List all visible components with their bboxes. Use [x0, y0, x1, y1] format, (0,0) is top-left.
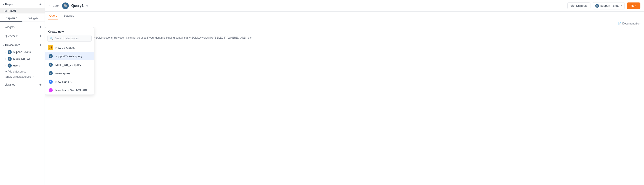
ds-chevron-users: ›	[6, 64, 6, 67]
dropdown-item-new-js-object[interactable]: JS New JS Object	[45, 43, 94, 52]
add-datasource-button[interactable]: +	[39, 43, 42, 47]
svg-text:🐘: 🐘	[50, 64, 52, 66]
snippets-button[interactable]: </> Snippets	[567, 3, 590, 9]
dropdown-item-mockdb-query[interactable]: 🐘 Mock_DB_V2 query	[45, 60, 94, 69]
datasources-section: ▾ Datasources + › 🐘 supportTickets › 🐘 M…	[0, 41, 44, 80]
widgets-tab[interactable]: Widgets	[22, 15, 45, 22]
svg-text:🐘: 🐘	[64, 4, 68, 8]
datasource-item-users[interactable]: › 🐘 users	[0, 62, 44, 69]
svg-text:A: A	[50, 81, 51, 83]
page1-label: Page1	[8, 9, 16, 12]
widgets-chevron: ›	[3, 26, 3, 29]
doc-icon: 📄	[618, 22, 621, 25]
pg-icon-mockdb: 🐘	[8, 57, 12, 61]
dropdown-item-graphql[interactable]: G New blank GraphQL API	[45, 86, 94, 95]
back-arrow-icon: ←	[48, 4, 51, 8]
main-panel: ← Back 🐘 Query1 ✎ ··· </> Snippets 🐘	[45, 0, 644, 185]
widgets-header[interactable]: › Widgets +	[0, 24, 44, 31]
pages-label: Pages	[5, 3, 13, 6]
query-pg-icon: 🐘	[62, 2, 69, 10]
libraries-chevron: ›	[3, 84, 3, 86]
js-object-icon: JS	[48, 45, 53, 50]
datasource-search-input[interactable]	[55, 37, 89, 40]
dropdown-item-label-support: supportTickets query	[55, 55, 82, 58]
pg-icon-dropdown-support: 🐘	[48, 54, 53, 59]
ds-name-supporttickets: supportTickets	[13, 51, 31, 54]
page-icon: ⊡	[4, 9, 7, 12]
back-button[interactable]: ← Back	[48, 4, 59, 8]
query-title-area: 🐘 Query1 ✎	[62, 2, 556, 10]
ds-name-mockdb: Mock_DB_V2	[13, 57, 30, 60]
dropdown-item-blank-api[interactable]: A New blank API	[45, 77, 94, 86]
ds-name-users: users	[13, 64, 20, 67]
snippets-code-icon: </>	[570, 4, 575, 8]
dropdown-item-label-js: New JS Object	[55, 46, 74, 49]
svg-text:🐘: 🐘	[8, 58, 11, 60]
back-label: Back	[53, 4, 59, 8]
pages-header[interactable]: ▾ Pages +	[0, 1, 44, 8]
rest-api-icon: A	[48, 79, 53, 84]
add-query-button[interactable]: +	[39, 34, 42, 38]
doc-link-label: Documentation	[622, 22, 640, 25]
svg-text:🐘: 🐘	[50, 72, 52, 74]
libraries-label: Libraries	[5, 83, 15, 86]
pg-icon-dropdown-users: 🐘	[48, 71, 53, 76]
edit-query-name-icon[interactable]: ✎	[86, 4, 88, 8]
page1-item[interactable]: ⊡ Page1	[0, 8, 44, 14]
query-tabs: Query Settings	[45, 12, 644, 20]
snippets-label: Snippets	[576, 4, 588, 8]
datasource-select-chevron: ▾	[621, 4, 622, 7]
widgets-label: Widgets	[5, 26, 14, 29]
add-datasource-link[interactable]: + Add datasource	[0, 69, 44, 74]
svg-text:🐘: 🐘	[596, 5, 598, 7]
topbar-right: ··· </> Snippets 🐘 supportTickets ▾ Run	[558, 2, 640, 10]
query-name: Query1	[71, 4, 84, 8]
datasources-header[interactable]: ▾ Datasources +	[0, 42, 44, 49]
add-library-button[interactable]: +	[39, 82, 42, 87]
add-widget-button[interactable]: +	[39, 25, 42, 29]
pages-chevron: ▾	[3, 3, 4, 6]
widgets-section: › Widgets +	[0, 23, 44, 32]
pg-icon-supporttickets: 🐘	[8, 50, 12, 54]
ds-chevron-mock: ›	[6, 58, 6, 60]
tab-query[interactable]: Query	[48, 12, 58, 20]
run-button[interactable]: Run	[627, 3, 640, 9]
datasource-item-supporttickets[interactable]: › 🐘 supportTickets	[0, 49, 44, 56]
dropdown-item-supporttickets-query[interactable]: 🐘 supportTickets query	[45, 52, 94, 60]
svg-text:🐘: 🐘	[8, 51, 11, 53]
sidebar-tabs: Explorer Widgets	[0, 15, 44, 22]
queries-header[interactable]: › Queries/JS +	[0, 33, 44, 40]
create-new-dropdown: Create new 🔍 JS New JS Object 🐘	[45, 27, 94, 95]
datasource-selector[interactable]: 🐘 supportTickets ▾	[593, 2, 624, 10]
dropdown-item-label-mock: Mock_DB_V2 query	[55, 63, 81, 66]
dropdown-item-label-api: New blank API	[55, 80, 74, 84]
add-page-button[interactable]: +	[39, 2, 42, 7]
tab-settings[interactable]: Settings	[62, 12, 75, 20]
pg-icon-dropdown-mock: 🐘	[48, 62, 53, 67]
dropdown-item-users-query[interactable]: 🐘 users query	[45, 69, 94, 77]
datasources-label: Datasources	[5, 44, 20, 47]
libraries-section: › Libraries +	[0, 80, 44, 89]
svg-text:🐘: 🐘	[50, 55, 52, 57]
dropdown-search-container: 🔍	[47, 35, 92, 42]
queries-label: Queries/JS	[5, 35, 18, 38]
topbar: ← Back 🐘 Query1 ✎ ··· </> Snippets 🐘	[45, 0, 644, 12]
svg-text:🐘: 🐘	[8, 64, 11, 67]
query-content: or select a template. queries resilient …	[45, 27, 644, 185]
more-options-button[interactable]: ···	[558, 3, 565, 9]
svg-text:G: G	[50, 89, 51, 91]
datasources-chevron: ▾	[3, 44, 4, 47]
explorer-tab[interactable]: Explorer	[0, 15, 22, 22]
more-icon: ···	[560, 4, 563, 8]
queries-section: › Queries/JS +	[0, 32, 44, 41]
dropdown-items-list: JS New JS Object 🐘 supportTickets query	[45, 43, 94, 95]
show-all-datasources[interactable]: Show all datasources →	[0, 74, 44, 79]
pages-section: ▾ Pages + ⊡ Page1	[0, 0, 44, 14]
datasource-select-name: supportTickets	[600, 4, 619, 8]
query-hint: or select a template.	[48, 30, 640, 33]
documentation-link[interactable]: 📄 Documentation	[45, 20, 644, 27]
libraries-header[interactable]: › Libraries +	[0, 81, 44, 88]
datasource-item-mockdb[interactable]: › 🐘 Mock_DB_V2	[0, 56, 44, 62]
dropdown-title: Create new	[45, 27, 94, 35]
ds-chevron-support: ›	[6, 51, 6, 53]
